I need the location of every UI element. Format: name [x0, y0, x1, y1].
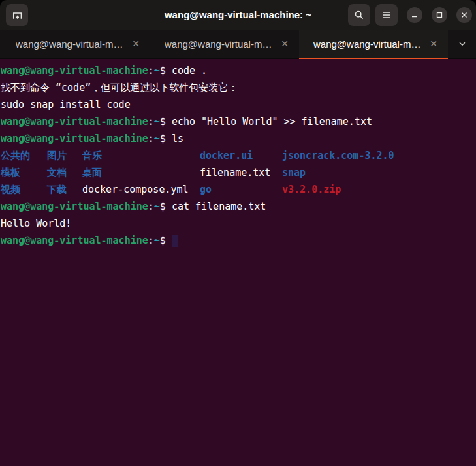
- tab-bar: wang@wang-virtual-m…✕wang@wang-virtual-m…: [0, 30, 476, 59]
- terminal-text: :: [148, 235, 154, 246]
- close-icon: [460, 11, 468, 19]
- minimize-button[interactable]: [407, 7, 422, 23]
- terminal-text: 音乐: [82, 147, 102, 164]
- tab-label: wang@wang-virtual-m…: [313, 39, 427, 50]
- terminal-text: wang@wang-virtual-machine: [1, 235, 148, 246]
- terminal-text: $: [160, 133, 172, 144]
- terminal-screen[interactable]: wang@wang-virtual-machine:~$ code .找不到命令…: [0, 59, 476, 466]
- terminal-window: wang@wang-virtual-machine: ~: [0, 0, 476, 466]
- terminal-text: $: [160, 235, 166, 246]
- terminal-text: ~: [154, 116, 160, 127]
- terminal-text: 图片: [47, 147, 67, 164]
- terminal-line: 找不到命令 “code”，但可以通过以下软件包安装它：: [1, 79, 476, 96]
- terminal-text: $: [160, 116, 172, 127]
- terminal-text: 模板: [1, 164, 20, 181]
- terminal-text: ~: [154, 201, 160, 212]
- terminal-text: snap: [282, 164, 306, 181]
- terminal-text: 桌面: [82, 164, 102, 181]
- terminal-line: wang@wang-virtual-machine:~$ code .: [1, 62, 476, 79]
- tab-label: wang@wang-virtual-m…: [16, 39, 129, 50]
- terminal-text: 找不到命令 “code”，但可以通过以下软件包安装它：: [1, 82, 238, 93]
- terminal-text: code .: [172, 65, 207, 76]
- tab-1[interactable]: wang@wang-virtual-m…✕: [1, 30, 150, 58]
- chevron-down-icon: [457, 39, 468, 49]
- minimize-icon: [411, 11, 419, 19]
- terminal-text: :: [148, 201, 154, 212]
- terminal-text: v3.2.0.zip: [282, 181, 341, 198]
- tab-overflow-button[interactable]: [448, 30, 476, 58]
- tab-3[interactable]: wang@wang-virtual-m…✕: [299, 30, 448, 58]
- terminal-text: docker.ui: [200, 147, 253, 164]
- tab-close-icon[interactable]: ✕: [129, 38, 142, 50]
- terminal-text: 公共的: [1, 147, 30, 164]
- terminal-line: 模板文档桌面filename.txtsnap: [1, 164, 476, 181]
- terminal-line: sudo snap install code: [1, 96, 476, 113]
- tab-label: wang@wang-virtual-m…: [165, 39, 278, 50]
- terminal-text: ~: [154, 65, 160, 76]
- terminal-text: jsoncrack.com-3.2.0: [282, 147, 394, 164]
- terminal-text: 下载: [47, 181, 67, 198]
- terminal-line: wang@wang-virtual-machine:~$: [1, 232, 476, 249]
- new-tab-button[interactable]: [6, 4, 28, 26]
- terminal-text: 文档: [47, 164, 67, 181]
- terminal-text: sudo snap install code: [1, 99, 131, 110]
- terminal-text: wang@wang-virtual-machine: [1, 65, 148, 76]
- terminal-text: docker-compose.yml: [82, 181, 189, 198]
- tab-strip: wang@wang-virtual-m…✕wang@wang-virtual-m…: [0, 30, 448, 58]
- terminal-text: wang@wang-virtual-machine: [1, 201, 148, 212]
- maximize-icon: [436, 11, 443, 19]
- tab-2[interactable]: wang@wang-virtual-m…✕: [150, 30, 299, 58]
- terminal-line: wang@wang-virtual-machine:~$ echo "Hello…: [1, 113, 476, 130]
- terminal-text: $: [160, 65, 172, 76]
- terminal-line: 视频下载docker-compose.ymlgov3.2.0.zip: [1, 181, 476, 198]
- terminal-text: go: [200, 181, 212, 198]
- terminal-text: wang@wang-virtual-machine: [1, 133, 148, 144]
- terminal-text: Hello World!: [1, 218, 71, 229]
- tab-close-icon[interactable]: ✕: [278, 38, 291, 50]
- terminal-text: filename.txt: [200, 164, 270, 181]
- terminal-text: ~: [154, 235, 160, 246]
- terminal-text: 视频: [1, 181, 20, 198]
- terminal-text: :: [148, 133, 154, 144]
- terminal-cursor: [172, 235, 178, 247]
- maximize-button[interactable]: [432, 7, 447, 23]
- terminal-text: :: [148, 65, 154, 76]
- search-button[interactable]: [348, 4, 370, 26]
- hamburger-menu-icon: [381, 10, 392, 20]
- terminal-text: ls: [172, 133, 183, 144]
- terminal-line: Hello World!: [1, 215, 476, 232]
- terminal-text: cat filename.txt: [172, 201, 266, 212]
- search-icon: [354, 10, 364, 20]
- menu-button[interactable]: [375, 4, 398, 26]
- terminal-text: wang@wang-virtual-machine: [1, 116, 148, 127]
- terminal-line: 公共的图片音乐docker.uijsoncrack.com-3.2.0: [1, 147, 476, 164]
- close-button[interactable]: [456, 7, 472, 23]
- terminal-text: $: [160, 201, 172, 212]
- terminal-text: ~: [154, 133, 160, 144]
- new-tab-icon: [12, 10, 23, 21]
- titlebar: wang@wang-virtual-machine: ~: [0, 0, 476, 30]
- terminal-text: :: [148, 116, 154, 127]
- terminal-text: echo "Hello World" >> filename.txt: [172, 116, 372, 127]
- tab-close-icon[interactable]: ✕: [427, 38, 440, 50]
- terminal-line: wang@wang-virtual-machine:~$ ls: [1, 130, 476, 147]
- terminal-line: wang@wang-virtual-machine:~$ cat filenam…: [1, 198, 476, 215]
